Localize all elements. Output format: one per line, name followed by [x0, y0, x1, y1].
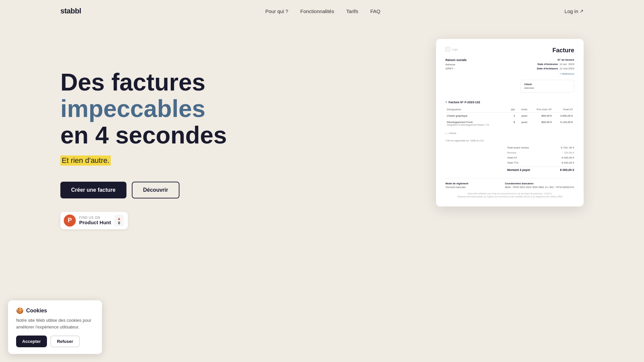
- hero-content: Des factures impeccables en 4 secondes E…: [60, 42, 288, 229]
- row2-qte: 8: [507, 119, 516, 128]
- invoice-logo-icon: [445, 47, 450, 52]
- table-row: Charte graphique 4 jours 800,00 € 3 600,…: [445, 113, 574, 119]
- col-qte: Qté: [507, 107, 516, 113]
- nav-tarifs[interactable]: Tarifs: [346, 8, 358, 14]
- product-hunt-text: FIND US ON Product Hunt: [79, 216, 111, 225]
- invoice-company-info: Raison sociale Adresse SIRET : N° de fac…: [445, 58, 574, 76]
- nav-links: Pour qui ? Fonctionnalités Tarifs FAQ: [265, 8, 380, 14]
- invoice-footer: Mode de règlement Virement bancaire Coor…: [445, 178, 574, 189]
- row1-qte: 4: [507, 113, 516, 119]
- footer-reglement: Mode de règlement Virement bancaire: [445, 182, 468, 189]
- hero-section: Des factures impeccables en 4 secondes E…: [0, 22, 644, 290]
- invoice-table: Désignation Qté Unité Prix Unit. HT Tota…: [445, 107, 574, 128]
- cookie-refuse-button[interactable]: Refuser: [50, 336, 80, 347]
- invoice-company-left: Raison sociale Adresse SIRET :: [445, 58, 467, 76]
- brand-logo[interactable]: stabbl: [60, 7, 81, 15]
- login-button[interactable]: Log in ↗: [565, 8, 584, 14]
- footer-coordonnees: Coordonnées bancaires IBAN : FR35 0001 0…: [505, 182, 574, 189]
- col-designation: Désignation: [445, 107, 507, 113]
- cookie-buttons: Accepter Refuser: [16, 336, 94, 347]
- col-prix: Prix Unit. HT: [529, 107, 553, 113]
- total-ht: Total HT 8 000,00 €: [507, 155, 574, 160]
- product-hunt-logo: P: [64, 215, 76, 227]
- row1-designation: Charte graphique: [445, 113, 507, 119]
- invoice-client-box: Client Adresse: [521, 80, 574, 93]
- invoice-header: Logo Facture: [445, 47, 574, 54]
- row2-designation: Développement Front Intégration et dével…: [445, 119, 507, 128]
- external-link-icon: ↗: [580, 8, 584, 14]
- discover-button[interactable]: Découvrir: [132, 182, 180, 198]
- montant-a-payer: Montant à payer 8 000,00 €: [507, 166, 574, 173]
- cookie-accept-button[interactable]: Accepter: [16, 336, 47, 347]
- nav-fonctionnalites[interactable]: Fonctionnalités: [300, 8, 334, 14]
- invoice-card: Logo Facture Raison sociale Adresse SIRE…: [436, 39, 584, 206]
- nav-pour-qui[interactable]: Pour qui ?: [265, 8, 288, 14]
- row1-unite: jours: [517, 113, 529, 119]
- upvote-arrow-icon: ▲: [117, 216, 121, 221]
- tva-note: TVA non applicable art. 293B du CGI: [445, 139, 574, 142]
- total-avant-remise: Total avant remise 8 720, 00 €: [507, 145, 574, 150]
- product-hunt-badge[interactable]: P FIND US ON Product Hunt ▲ 8: [60, 212, 128, 229]
- row2-unite: jours: [517, 119, 529, 128]
- invoice-title: Facture: [552, 47, 574, 54]
- row1-prix: 800,00 €: [529, 113, 553, 119]
- hero-buttons: Créer une facture Découvrir: [60, 182, 288, 198]
- row2-prix: 800,00 €: [529, 119, 553, 128]
- cookie-description: Notre site Web utilise des cookies pour …: [16, 317, 94, 330]
- row2-total: 5 120,00 €: [553, 119, 574, 128]
- total-ttc: Total TTC 8 000,00 €: [507, 160, 574, 165]
- invoice-legal: Indemnité forfaitaire pour frais de reco…: [445, 192, 574, 199]
- row1-total: 3 600,00 €: [553, 113, 574, 119]
- plus-icon: +: [445, 101, 447, 104]
- hero-subtitle: Et rien d'autre.: [60, 156, 111, 166]
- table-row: Développement Front Intégration et dével…: [445, 119, 574, 128]
- navbar: stabbl Pour qui ? Fonctionnalités Tarifs…: [0, 0, 644, 22]
- create-invoice-button[interactable]: Créer une facture: [60, 182, 126, 198]
- col-total: Total HT: [553, 107, 574, 113]
- invoice-totals: Total avant remise 8 720, 00 € Remise - …: [507, 145, 574, 173]
- invoice-section-title: + Facture N° F-2023-132: [445, 101, 574, 104]
- invoice-mockup-wrapper: Logo Facture Raison sociale Adresse SIRE…: [288, 42, 584, 210]
- total-remise: Remise - 720,00 €: [507, 150, 574, 155]
- hero-title: Des factures impeccables en 4 secondes: [60, 69, 288, 149]
- invoice-logo-area: Logo: [445, 47, 458, 52]
- article-icon: ▪: [445, 132, 446, 135]
- add-article-button[interactable]: ▪ + Article: [445, 132, 574, 135]
- cookie-title: 🍪 Cookies: [16, 307, 94, 314]
- nav-faq[interactable]: FAQ: [370, 8, 380, 14]
- invoice-meta: N° de facture Date d'émission 12 avr. 20…: [537, 58, 574, 76]
- col-unite: Unité: [517, 107, 529, 113]
- product-hunt-upvote[interactable]: ▲ 8: [114, 215, 124, 226]
- cookie-emoji-icon: 🍪: [16, 307, 23, 314]
- cookie-banner: 🍪 Cookies Notre site Web utilise des coo…: [8, 300, 102, 354]
